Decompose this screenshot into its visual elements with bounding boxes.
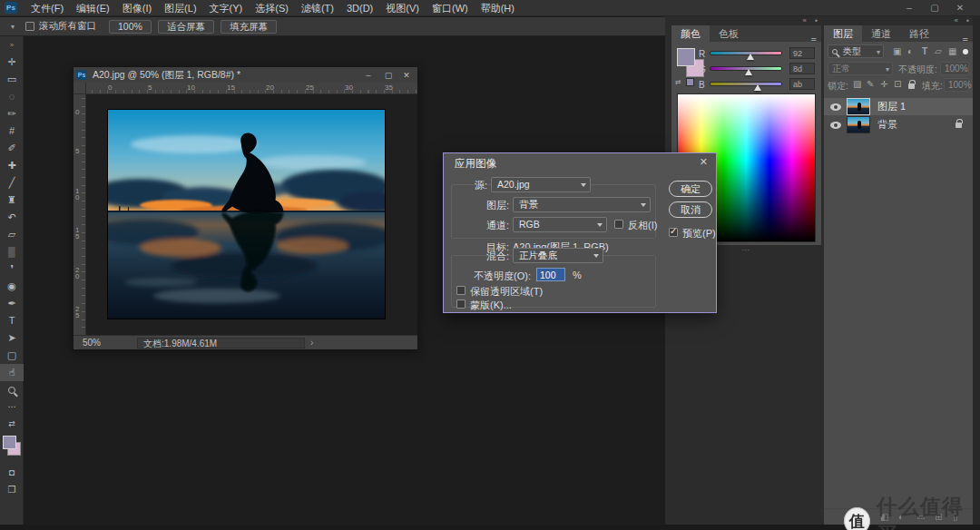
toolbox-collapse-icon[interactable]: » (0, 36, 24, 54)
opacity-input[interactable] (536, 268, 565, 281)
fit-screen-button[interactable]: 适合屏幕 (158, 20, 214, 34)
fill-field[interactable]: 100% (944, 78, 969, 92)
panel-resize-grip[interactable]: ⋯ (742, 246, 751, 254)
menu-edit[interactable]: 编辑(E) (70, 0, 116, 16)
vertical-ruler[interactable]: 0 5 10 15 20 25 (74, 94, 86, 335)
red-slider-thumb[interactable] (747, 54, 754, 60)
crop-tool[interactable]: # (0, 123, 24, 140)
brush-tool[interactable]: ╱ (0, 174, 24, 191)
dock-collapse-icon[interactable]: « (803, 16, 808, 25)
horizontal-ruler[interactable]: 0 5 10 15 20 25 30 35 (86, 83, 417, 94)
fill-screen-button[interactable]: 填充屏幕 (220, 20, 277, 34)
lock-paint-icon[interactable]: ✎ (867, 79, 874, 89)
tool-preset-caret-icon[interactable]: ▾ (11, 23, 15, 31)
layer-thumbnail[interactable] (847, 116, 870, 133)
menu-window[interactable]: 窗口(W) (426, 0, 475, 16)
zoom-100-button[interactable]: 100% (109, 20, 152, 34)
document-titlebar[interactable]: Ps A20.jpg @ 50% (图层 1, RGB/8#) * – ▢ ✕ (74, 67, 417, 83)
invert-checkbox[interactable] (614, 220, 623, 229)
opacity-field[interactable]: 100% (940, 62, 969, 75)
ok-button[interactable]: 确定 (669, 181, 712, 197)
status-zoom-level[interactable]: 50% (83, 338, 101, 348)
filter-pixel-layers-icon[interactable]: ▣ (893, 46, 901, 56)
menu-select[interactable]: 选择(S) (249, 0, 295, 16)
pen-tool[interactable]: ✒ (0, 295, 24, 312)
dodge-tool[interactable]: ◉ (0, 278, 24, 295)
blue-slider[interactable] (710, 82, 782, 86)
menu-file[interactable]: 文件(F) (24, 0, 70, 16)
visibility-eye-icon[interactable] (830, 122, 841, 129)
zoom-tool[interactable] (0, 381, 24, 398)
green-slider-thumb[interactable] (745, 69, 752, 75)
menu-layer[interactable]: 图层(L) (158, 0, 202, 16)
channel-select[interactable]: RGB (513, 217, 607, 232)
rectangular-marquee-tool[interactable]: ▭ (0, 71, 24, 88)
eraser-tool[interactable]: ▱ (0, 226, 24, 243)
screen-mode-button[interactable]: ❐ (0, 481, 24, 498)
cancel-button[interactable]: 取消 (669, 201, 712, 218)
preview-checkbox[interactable] (669, 228, 678, 237)
layer-row-layer1[interactable]: 图层 1 (824, 98, 973, 115)
tab-color[interactable]: 颜色 (671, 25, 710, 42)
dock-option-icon[interactable]: ▪ (966, 16, 971, 25)
green-hex-field[interactable] (789, 63, 815, 74)
scroll-all-windows-checkbox[interactable] (25, 22, 34, 31)
menu-type[interactable]: 文字(Y) (203, 0, 250, 16)
filter-pin-icon[interactable] (963, 49, 968, 54)
layer-name[interactable]: 图层 1 (877, 100, 906, 113)
blend-select[interactable]: 正片叠底 (513, 248, 603, 263)
red-slider[interactable] (710, 51, 782, 55)
tab-paths[interactable]: 路径 (900, 25, 938, 42)
dialog-close-icon[interactable]: ✕ (700, 156, 708, 168)
maximize-button[interactable]: ▢ (922, 0, 947, 16)
doc-maximize-button[interactable]: ▢ (379, 71, 397, 80)
filter-shape-layers-icon[interactable]: ▱ (935, 46, 942, 56)
preserve-transparency-checkbox[interactable] (456, 286, 466, 295)
menu-3d[interactable]: 3D(D) (340, 0, 379, 16)
layer-select[interactable]: 背景 (513, 197, 651, 212)
red-hex-field[interactable] (789, 47, 815, 59)
edit-toolbar-icon[interactable]: ⋯ (0, 398, 24, 416)
dock-collapse-icon[interactable]: « (955, 16, 960, 25)
blend-mode-select[interactable]: 正常 ▾ (828, 62, 893, 75)
filter-smart-objects-icon[interactable]: ▦ (948, 46, 956, 56)
blue-hex-field[interactable] (789, 78, 815, 90)
move-tool[interactable]: ✛ (0, 54, 24, 71)
layer-row-background[interactable]: 背景 (824, 116, 973, 133)
filter-adjustment-layers-icon[interactable]: ◐ (907, 46, 913, 56)
type-tool[interactable]: T (0, 312, 24, 329)
lock-transparent-icon[interactable]: ▨ (853, 79, 861, 89)
doc-close-button[interactable]: ✕ (397, 71, 416, 80)
blue-slider-thumb[interactable] (754, 84, 761, 91)
tab-channels[interactable]: 通道 (862, 25, 900, 42)
gradient-tool[interactable]: ▒ (0, 243, 24, 260)
path-selection-tool[interactable]: ➤ (0, 329, 24, 347)
hand-tool[interactable]: ☝ (0, 364, 24, 381)
visibility-eye-icon[interactable] (830, 103, 841, 111)
lock-position-icon[interactable]: ✛ (880, 79, 887, 89)
lasso-tool[interactable]: ◌ (0, 88, 24, 105)
filter-type-layers-icon[interactable]: T (922, 46, 927, 56)
quick-selection-tool[interactable]: ✏ (0, 105, 24, 123)
blur-tool[interactable]: ❜ (0, 260, 24, 278)
minimize-button[interactable]: – (897, 0, 922, 16)
layer-name[interactable]: 背景 (877, 118, 897, 132)
close-button[interactable]: ✕ (947, 0, 973, 16)
canvas-pasteboard[interactable] (86, 94, 417, 335)
layer-filter-kind-select[interactable]: 类型 ▾ (828, 44, 884, 58)
history-brush-tool[interactable]: ↶ (0, 209, 24, 226)
mask-checkbox[interactable] (456, 299, 466, 309)
lock-artboard-icon[interactable]: ⊡ (894, 79, 901, 89)
menu-view[interactable]: 视图(V) (379, 0, 426, 16)
menu-image[interactable]: 图像(I) (116, 0, 158, 16)
doc-minimize-button[interactable]: – (359, 71, 377, 80)
layer-thumbnail[interactable] (847, 98, 870, 115)
rounded-rectangle-tool[interactable]: ▢ (0, 347, 24, 364)
source-select[interactable]: A20.jpg (491, 177, 591, 192)
quick-mask-button[interactable]: ◘ (0, 464, 24, 481)
eyedropper-tool[interactable]: ✐ (0, 140, 24, 157)
tab-layers[interactable]: 图层 (824, 25, 862, 42)
spot-healing-brush-tool[interactable]: ✚ (0, 157, 24, 174)
foreground-color-swatch[interactable] (3, 436, 16, 449)
clone-stamp-tool[interactable]: ♜ (0, 191, 24, 209)
